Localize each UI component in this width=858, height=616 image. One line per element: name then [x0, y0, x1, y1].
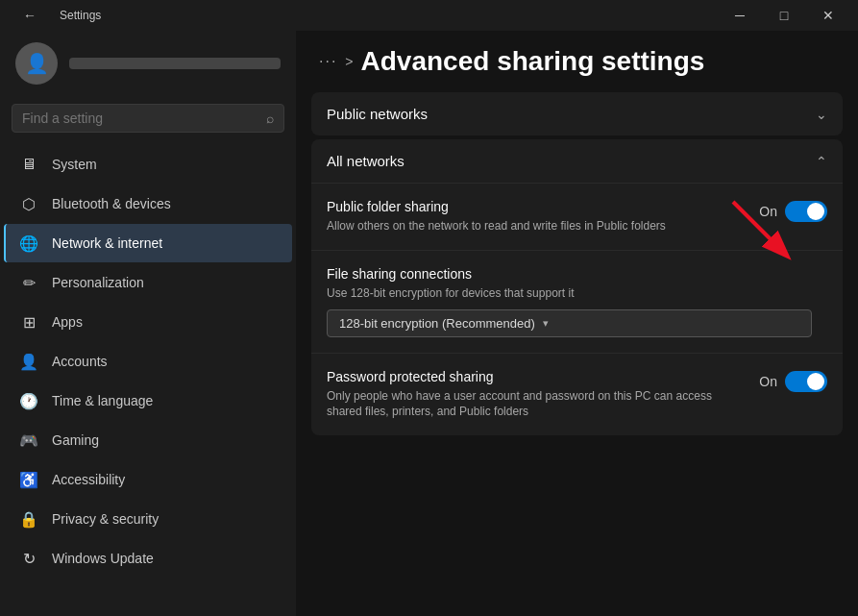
content-scroll: ··· > Advanced sharing settings Public n…: [296, 31, 858, 455]
section-title-public-networks: Public networks: [327, 106, 428, 122]
dropdown-file-sharing-connections[interactable]: 128-bit encryption (Recommended) ▾: [327, 309, 812, 337]
breadcrumb-dots: ···: [319, 53, 337, 70]
sidebar-item-accessibility[interactable]: ♿ Accessibility: [4, 460, 292, 499]
setting-desc-public-folder-sharing: Allow others on the network to read and …: [327, 218, 744, 234]
breadcrumb-arrow: >: [345, 54, 353, 69]
setting-row-password-protected-sharing: Password protected sharing Only people w…: [311, 354, 843, 436]
system-icon: 🖥: [19, 155, 38, 174]
avatar: 👤: [15, 42, 58, 85]
toggle-control-password-protected-sharing: On: [759, 369, 827, 392]
sidebar-item-label-update: Windows Update: [52, 551, 154, 566]
section-all-networks: All networks ⌃ Public folder sharing All…: [311, 139, 843, 435]
setting-row-public-folder-sharing: Public folder sharing Allow others on th…: [311, 184, 843, 251]
setting-row-file-sharing-connections: File sharing connections Use 128-bit enc…: [311, 251, 843, 354]
setting-title-public-folder-sharing: Public folder sharing: [327, 199, 744, 214]
app-container: 👤 ⌕ 🖥 System ⬡ Bluetooth & devices 🌐 Net…: [0, 31, 858, 616]
accessibility-icon: ♿: [19, 470, 38, 489]
sidebar-item-label-network: Network & internet: [52, 235, 162, 251]
section-header-public-networks[interactable]: Public networks ⌄: [311, 92, 843, 136]
window-controls: ─ □ ✕: [718, 0, 850, 31]
titlebar-left: ← Settings: [8, 0, 101, 31]
sidebar-item-update[interactable]: ↻ Windows Update: [4, 539, 292, 578]
setting-title-password-protected-sharing: Password protected sharing: [327, 369, 744, 384]
accounts-icon: 👤: [19, 352, 38, 371]
bluetooth-icon: ⬡: [19, 194, 38, 213]
section-chevron-public-networks: ⌄: [816, 107, 827, 122]
content-header: ··· > Advanced sharing settings: [296, 31, 858, 88]
search-icon: ⌕: [266, 111, 274, 126]
sidebar-item-label-gaming: Gaming: [52, 432, 99, 448]
sidebar-item-personalization[interactable]: ✏ Personalization: [4, 263, 292, 302]
network-icon: 🌐: [19, 234, 38, 253]
sidebar-item-privacy[interactable]: 🔒 Privacy & security: [4, 500, 292, 538]
sidebar-item-network[interactable]: 🌐 Network & internet: [4, 224, 292, 262]
sidebar-item-label-accounts: Accounts: [52, 354, 108, 369]
apps-icon: ⊞: [19, 312, 38, 332]
time-icon: 🕐: [19, 391, 38, 410]
section-header-all-networks[interactable]: All networks ⌃: [311, 139, 843, 183]
back-button[interactable]: ←: [8, 0, 52, 31]
dropdown-arrow-file-sharing-connections: ▾: [543, 317, 549, 330]
section-public-networks: Public networks ⌄: [311, 92, 843, 136]
toggle-label-public-folder-sharing: On: [759, 204, 777, 219]
toggle-public-folder-sharing[interactable]: [785, 201, 827, 222]
sidebar-nav: 🖥 System ⬡ Bluetooth & devices 🌐 Network…: [0, 144, 296, 579]
dropdown-value-file-sharing-connections: 128-bit encryption (Recommended): [339, 316, 535, 331]
update-icon: ↻: [19, 549, 38, 568]
content-area: ··· > Advanced sharing settings Public n…: [296, 31, 858, 616]
section-body-all-networks: Public folder sharing Allow others on th…: [311, 183, 843, 435]
gaming-icon: 🎮: [19, 431, 38, 450]
sidebar-item-accounts[interactable]: 👤 Accounts: [4, 342, 292, 381]
privacy-icon: 🔒: [19, 509, 38, 529]
minimize-button[interactable]: ─: [718, 0, 762, 31]
toggle-password-protected-sharing[interactable]: [785, 371, 827, 392]
sidebar-item-time[interactable]: 🕐 Time & language: [4, 382, 292, 420]
toggle-label-password-protected-sharing: On: [759, 374, 777, 389]
setting-desc-password-protected-sharing: Only people who have a user account and …: [327, 388, 744, 421]
close-button[interactable]: ✕: [806, 0, 850, 31]
search-container: ⌕: [0, 96, 296, 144]
section-chevron-all-networks: ⌃: [816, 154, 827, 169]
setting-info-password-protected-sharing: Password protected sharing Only people w…: [327, 369, 759, 421]
sidebar-item-label-system: System: [52, 157, 97, 172]
toggle-control-public-folder-sharing: On: [759, 199, 827, 222]
sections-container: Public networks ⌄ All networks ⌃ Public …: [296, 92, 858, 435]
search-box[interactable]: ⌕: [12, 104, 284, 133]
sidebar: 👤 ⌕ 🖥 System ⬡ Bluetooth & devices 🌐 Net…: [0, 31, 296, 616]
setting-desc-file-sharing-connections: Use 128-bit encryption for devices that …: [327, 285, 812, 302]
maximize-button[interactable]: □: [762, 0, 806, 31]
user-profile: 👤: [0, 31, 296, 96]
setting-title-file-sharing-connections: File sharing connections: [327, 266, 812, 282]
setting-info-public-folder-sharing: Public folder sharing Allow others on th…: [327, 199, 759, 234]
sidebar-item-apps[interactable]: ⊞ Apps: [4, 303, 292, 341]
app-title: Settings: [60, 9, 101, 22]
sidebar-item-label-privacy: Privacy & security: [52, 511, 159, 527]
page-title: Advanced sharing settings: [361, 46, 705, 77]
sidebar-item-label-accessibility: Accessibility: [52, 472, 125, 487]
personalization-icon: ✏: [19, 273, 38, 292]
titlebar: ← Settings ─ □ ✕: [0, 0, 858, 31]
section-title-all-networks: All networks: [327, 153, 404, 169]
sidebar-item-gaming[interactable]: 🎮 Gaming: [4, 421, 292, 459]
search-input[interactable]: [22, 111, 258, 126]
sidebar-item-label-time: Time & language: [52, 393, 153, 408]
sidebar-item-label-apps: Apps: [52, 314, 83, 330]
sidebar-item-label-bluetooth: Bluetooth & devices: [52, 196, 171, 211]
user-name-placeholder: [69, 58, 281, 69]
sidebar-item-label-personalization: Personalization: [52, 275, 144, 290]
sidebar-item-system[interactable]: 🖥 System: [4, 145, 292, 184]
setting-info-file-sharing-connections: File sharing connections Use 128-bit enc…: [327, 266, 827, 337]
sidebar-item-bluetooth[interactable]: ⬡ Bluetooth & devices: [4, 185, 292, 223]
